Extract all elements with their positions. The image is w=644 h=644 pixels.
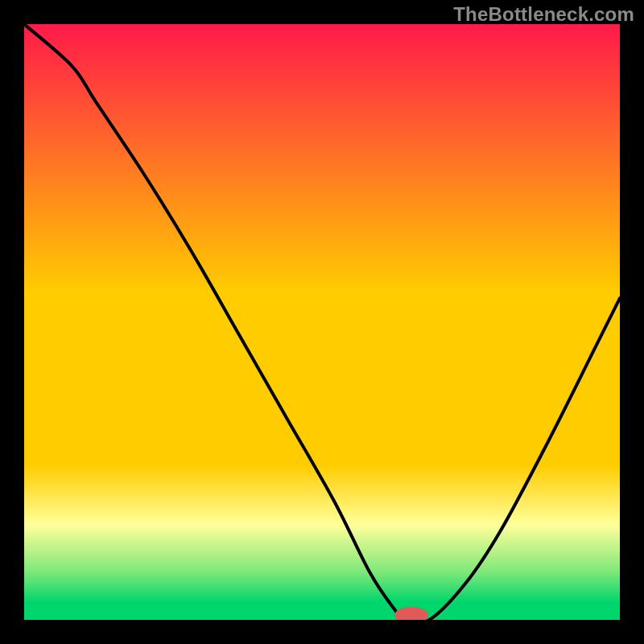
watermark-text: TheBottleneck.com — [453, 3, 634, 26]
chart-frame: TheBottleneck.com — [0, 0, 644, 644]
plot-area — [24, 24, 620, 620]
gradient-background — [24, 24, 620, 620]
chart-svg — [24, 24, 620, 620]
